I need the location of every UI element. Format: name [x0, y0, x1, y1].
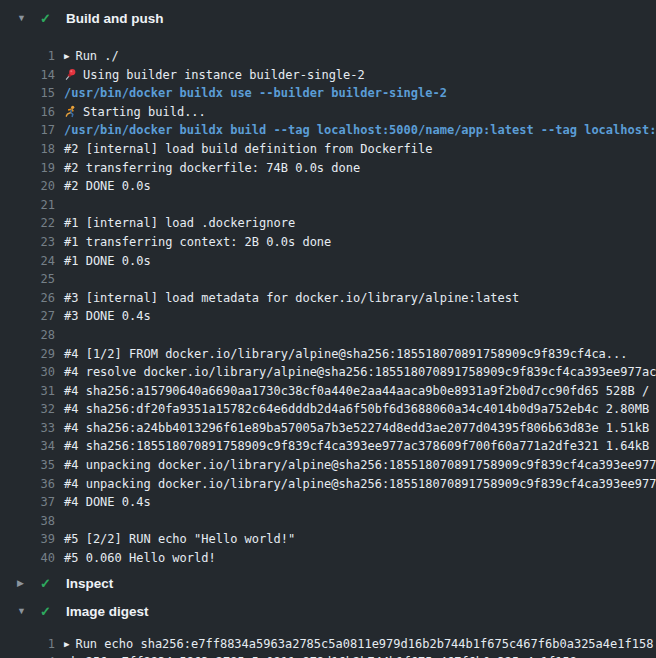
log-text: #4 unpacking docker.io/library/alpine@sh… [64, 456, 656, 475]
log-text: ▶Run ./ [64, 47, 119, 66]
log-line: 16Starting build... [0, 103, 656, 122]
line-number-link[interactable]: 24 [0, 252, 55, 271]
log-line: 1▶Run ./ [0, 47, 656, 66]
log-line: 26#3 [internal] load metadata for docker… [0, 289, 656, 308]
line-number-link[interactable]: 4 [0, 653, 55, 658]
log-line: 22#1 [internal] load .dockerignore [0, 214, 656, 233]
log-text: #4 sha256:185518070891758909c9f839cf4ca3… [64, 437, 656, 456]
line-number-link[interactable]: 28 [0, 326, 55, 345]
line-number-link[interactable]: 26 [0, 289, 55, 308]
log-text-value: #4 unpacking docker.io/library/alpine@sh… [64, 477, 656, 491]
line-number-link[interactable]: 14 [0, 66, 55, 85]
log-line: 34#4 sha256:185518070891758909c9f839cf4c… [0, 437, 656, 456]
log-text: #4 DONE 0.4s [64, 493, 151, 512]
log-line: 24#1 DONE 0.0s [0, 252, 656, 271]
log-line: 29#4 [1/2] FROM docker.io/library/alpine… [0, 345, 656, 364]
step-header-image-digest[interactable]: ▼✓Image digest [0, 598, 656, 626]
line-number-link[interactable]: 32 [0, 400, 55, 419]
line-number-link[interactable]: 20 [0, 177, 55, 196]
expand-group-icon[interactable]: ▶ [64, 47, 69, 66]
log-text-value: #1 transferring context: 2B 0.0s done [64, 235, 331, 249]
log-line: 32#4 sha256:df20fa9351a15782c64e6dddb2d4… [0, 400, 656, 419]
log-line: 31#4 sha256:a15790640a6690aa1730c38cf0a4… [0, 382, 656, 401]
log-line: 20#2 DONE 0.0s [0, 177, 656, 196]
log-text-value: #2 DONE 0.0s [64, 179, 151, 193]
log-text: Starting build... [64, 103, 206, 122]
log-text-value: #3 [internal] load metadata for docker.i… [64, 291, 519, 305]
line-number-link[interactable]: 33 [0, 419, 55, 438]
log-text: /usr/bin/docker buildx build --tag local… [64, 121, 656, 140]
line-number-link[interactable]: 29 [0, 345, 55, 364]
log-text: #4 [1/2] FROM docker.io/library/alpine@s… [64, 345, 628, 364]
line-number-link[interactable]: 39 [0, 530, 55, 549]
log-text-value: Run echo sha256:e7ff8834a5963a2785c5a081… [75, 637, 653, 651]
expand-group-icon[interactable]: ▶ [64, 635, 69, 654]
log-text: #5 0.060 Hello world! [64, 549, 216, 568]
log-line: 27#3 DONE 0.4s [0, 307, 656, 326]
log-text-value: Run ./ [75, 49, 118, 63]
line-number-link[interactable]: 36 [0, 475, 55, 494]
log-text: #2 transferring dockerfile: 74B 0.0s don… [64, 159, 360, 178]
line-number-link[interactable]: 30 [0, 363, 55, 382]
check-success-icon: ✓ [40, 577, 56, 590]
line-number-link[interactable]: 15 [0, 84, 55, 103]
log-text: #4 unpacking docker.io/library/alpine@sh… [64, 475, 656, 494]
chevron-down-icon: ▼ [17, 607, 30, 616]
log-text-value: #4 unpacking docker.io/library/alpine@sh… [64, 458, 656, 472]
log-text: sha256:e7ff8834a5963a2785c5a0811e979d16b… [64, 653, 577, 658]
line-number-link[interactable]: 31 [0, 382, 55, 401]
log-text: #2 DONE 0.0s [64, 177, 151, 196]
step-title: Build and push [66, 11, 164, 26]
log-line: 19#2 transferring dockerfile: 74B 0.0s d… [0, 159, 656, 178]
log-line: 35#4 unpacking docker.io/library/alpine@… [0, 456, 656, 475]
log-text: #1 DONE 0.0s [64, 252, 151, 271]
step-title: Image digest [66, 604, 149, 619]
log-text-value: #3 DONE 0.4s [64, 309, 151, 323]
step-header-inspect[interactable]: ▶✓Inspect [0, 570, 656, 598]
log-line: 1▶Run echo sha256:e7ff8834a5963a2785c5a0… [0, 635, 656, 654]
log-line: 4sha256:e7ff8834a5963a2785c5a0811e979d16… [0, 653, 656, 658]
line-number-link[interactable]: 27 [0, 307, 55, 326]
line-number-link[interactable]: 18 [0, 140, 55, 159]
log-text: #5 [2/2] RUN echo "Hello world!" [64, 530, 295, 549]
log-line: 37#4 DONE 0.4s [0, 493, 656, 512]
log-line: 21 [0, 196, 656, 215]
log-text: #1 transferring context: 2B 0.0s done [64, 233, 331, 252]
log-line: 17/usr/bin/docker buildx build --tag loc… [0, 121, 656, 140]
pushpin-icon [64, 66, 77, 85]
log-text-value: #4 resolve docker.io/library/alpine@sha2… [64, 365, 656, 379]
log-line: 36#4 unpacking docker.io/library/alpine@… [0, 475, 656, 494]
log-text-value: #1 [internal] load .dockerignore [64, 216, 295, 230]
line-number-link[interactable]: 38 [0, 512, 55, 531]
line-number-link[interactable]: 21 [0, 196, 55, 215]
log-text: #3 DONE 0.4s [64, 307, 151, 326]
log-text-value: #4 sha256:a24bb4013296f61e89ba57005a7b3e… [64, 421, 656, 435]
workflow-log: ▼✓Build and push1▶Run ./14Using builder … [0, 0, 656, 658]
log-text-value: Using builder instance builder-single-2 [83, 68, 365, 82]
log-text-value: #2 [internal] load build definition from… [64, 142, 432, 156]
log-text-value: #5 0.060 Hello world! [64, 551, 216, 565]
log-text-value: #2 transferring dockerfile: 74B 0.0s don… [64, 161, 360, 175]
line-number-link[interactable]: 40 [0, 549, 55, 568]
step-title: Inspect [66, 576, 113, 591]
step-log: 1▶Run echo sha256:e7ff8834a5963a2785c5a0… [0, 626, 656, 658]
line-number-link[interactable]: 25 [0, 270, 55, 289]
line-number-link[interactable]: 37 [0, 493, 55, 512]
chevron-right-icon: ▶ [17, 579, 30, 588]
log-text-value: #4 sha256:185518070891758909c9f839cf4ca3… [64, 439, 656, 453]
line-number-link[interactable]: 17 [0, 121, 55, 140]
step-header-build-and-push[interactable]: ▼✓Build and push [0, 4, 656, 32]
line-number-link[interactable]: 35 [0, 456, 55, 475]
line-number-link[interactable]: 34 [0, 437, 55, 456]
log-text-value: /usr/bin/docker buildx use --builder bui… [64, 86, 447, 100]
log-text-value: /usr/bin/docker buildx build --tag local… [64, 123, 656, 137]
line-number-link[interactable]: 19 [0, 159, 55, 178]
line-number-link[interactable]: 1 [0, 635, 55, 654]
line-number-link[interactable]: 16 [0, 103, 55, 122]
log-text-value: #4 [1/2] FROM docker.io/library/alpine@s… [64, 347, 628, 361]
log-line: 14Using builder instance builder-single-… [0, 66, 656, 85]
line-number-link[interactable]: 22 [0, 214, 55, 233]
line-number-link[interactable]: 23 [0, 233, 55, 252]
log-line: 15/usr/bin/docker buildx use --builder b… [0, 84, 656, 103]
line-number-link[interactable]: 1 [0, 47, 55, 66]
